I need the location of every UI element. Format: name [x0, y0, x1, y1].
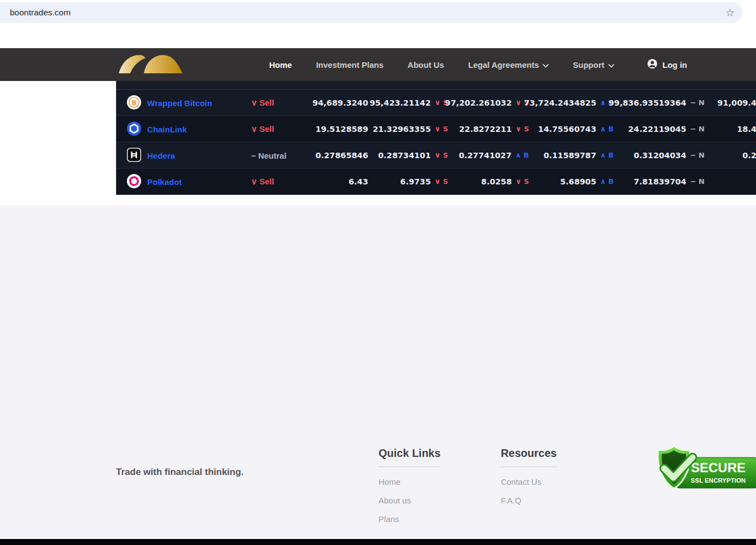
login-button[interactable]: Log in — [647, 48, 687, 81]
main-nav: HomeInvestment PlansAbout UsLegal Agreem… — [0, 48, 756, 81]
chevron-down-icon — [543, 60, 549, 69]
site-logo[interactable] — [118, 54, 183, 78]
footer-column-heading: Resources — [501, 447, 556, 467]
address-bar-url[interactable]: boontrades.com — [10, 8, 71, 18]
footer-link[interactable]: About us — [379, 496, 440, 505]
nav-link-about-us[interactable]: About Us — [408, 60, 444, 69]
table-row: Polkadot∨ Sell6.436.9735∨ S8.0258∨ S5.68… — [117, 169, 756, 194]
market-rows: BWrapped Bitcoin∨ Sell94,689.324095,423.… — [117, 90, 756, 194]
address-bar[interactable]: boontrades.com ☆ — [0, 2, 742, 23]
value-cell: 0.26 — [117, 142, 756, 168]
value-cell: 6 — [117, 169, 756, 194]
table-row: ChainLink∨ Sell19.512858921.32963355∨ S2… — [117, 116, 756, 142]
nav-link-support[interactable]: Support — [573, 60, 614, 69]
table-row-partial — [117, 81, 756, 90]
value-cell: 91,009.48 — [117, 90, 756, 115]
footer-link[interactable]: F.A.Q — [501, 496, 556, 505]
nav-links: HomeInvestment PlansAbout UsLegal Agreem… — [269, 48, 614, 81]
footer-tagline: Trade with financial thinking. — [116, 467, 243, 478]
value-cell: 18.43 — [117, 116, 756, 142]
login-label: Log in — [662, 60, 687, 69]
user-icon — [647, 59, 658, 71]
ssl-badge-line2: SSL ENCRYPTION — [691, 477, 746, 484]
footer-column-resources: ResourcesContact UsF.A.Q — [501, 447, 556, 533]
table-row: BWrapped Bitcoin∨ Sell94,689.324095,423.… — [117, 90, 756, 116]
ssl-badge-line1: SECURE — [691, 460, 746, 475]
footer-link[interactable]: Plans — [379, 514, 440, 524]
footer-column-quick-links: Quick LinksHomeAbout usPlans — [379, 447, 440, 533]
nav-link-legal-agreements[interactable]: Legal Agreements — [468, 60, 549, 69]
chevron-down-icon — [608, 60, 614, 69]
footer-link[interactable]: Contact Us — [501, 477, 556, 486]
ssl-secure-badge: SECURE SSL ENCRYPTION — [645, 444, 756, 503]
bottom-bar — [0, 539, 756, 545]
nav-link-investment-plans[interactable]: Investment Plans — [316, 60, 383, 69]
footer-column-heading: Quick Links — [379, 447, 440, 467]
page: boontrades.com ☆ HomeInvestment PlansAbo… — [0, 0, 756, 545]
footer: Trade with financial thinking. Quick Lin… — [0, 205, 756, 539]
market-table: BWrapped Bitcoin∨ Sell94,689.324095,423.… — [116, 81, 756, 195]
nav-link-home[interactable]: Home — [269, 60, 292, 69]
footer-link-columns: Quick LinksHomeAbout usPlansResourcesCon… — [379, 447, 557, 533]
table-row: Hedera− Neutral0.278658460.28734101∨ S0.… — [117, 142, 756, 169]
footer-link[interactable]: Home — [379, 477, 440, 486]
bookmark-star-icon[interactable]: ☆ — [725, 8, 735, 18]
